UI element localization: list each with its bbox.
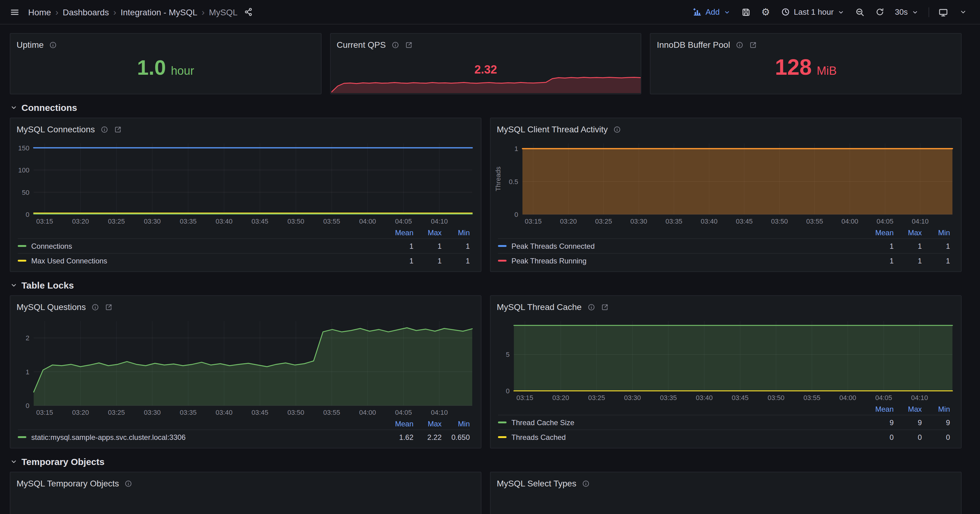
legend-row[interactable]: Peak Threads Running111: [498, 253, 950, 268]
legend-row[interactable]: Peak Threads Connected111: [498, 238, 950, 253]
series-color-swatch: [498, 245, 506, 247]
add-button-label: Add: [706, 7, 720, 16]
legend-sort-min[interactable]: Min: [922, 228, 950, 237]
add-button[interactable]: Add: [689, 3, 735, 21]
panel-title[interactable]: MySQL Client Thread Activity: [497, 124, 608, 134]
section-connections[interactable]: Connections: [10, 102, 962, 113]
panel-innodb-buffer-pool: InnoDB Buffer Pool 128 MiB: [650, 33, 962, 94]
breadcrumb-dashboards[interactable]: Dashboards: [63, 7, 109, 17]
svg-text:03:35: 03:35: [660, 394, 677, 402]
legend-sort-mean[interactable]: Mean: [865, 228, 894, 237]
svg-text:03:55: 03:55: [323, 218, 340, 225]
legend-sort-max[interactable]: Max: [414, 228, 442, 237]
info-icon[interactable]: [613, 125, 621, 133]
legend-sort-max[interactable]: Max: [414, 419, 442, 428]
panel-title[interactable]: MySQL Connections: [16, 124, 95, 134]
info-icon[interactable]: [587, 303, 595, 311]
mysql-questions-chart[interactable]: 01203:1503:2003:2503:3003:3503:4003:4503…: [13, 317, 477, 418]
uptime-stat: 1.0 hour: [10, 34, 321, 94]
svg-text:04:10: 04:10: [431, 409, 448, 416]
legend-sort-mean[interactable]: Mean: [385, 419, 414, 428]
mysql-connections-chart[interactable]: 05010015003:1503:2003:2503:3003:3503:400…: [13, 139, 477, 227]
series-color-swatch: [18, 436, 26, 438]
svg-text:03:45: 03:45: [251, 218, 268, 225]
legend-value: 1: [922, 256, 950, 265]
breadcrumb-integration-mysql[interactable]: Integration - MySQL: [121, 7, 197, 17]
share-button[interactable]: [240, 3, 257, 21]
panel-title[interactable]: Current QPS: [337, 40, 385, 49]
series-color-swatch: [18, 260, 26, 262]
legend-value: 1: [865, 242, 894, 250]
svg-text:150: 150: [18, 144, 29, 152]
zoom-out-time-button[interactable]: [851, 3, 869, 21]
legend-row[interactable]: Max Used Connections111: [18, 253, 470, 268]
legend-sort-max[interactable]: Max: [894, 228, 922, 237]
save-dashboard-button[interactable]: [737, 3, 755, 21]
info-icon[interactable]: [91, 303, 99, 311]
legend-sort-mean[interactable]: Mean: [865, 405, 894, 413]
collapse-toolbar-button[interactable]: [954, 3, 971, 21]
dashboard-canvas: Uptime 1.0 hour Current QPS: [0, 24, 980, 514]
external-link-icon[interactable]: [601, 303, 609, 311]
legend-header: MeanMaxMin: [18, 227, 470, 238]
chevron-down-icon: [10, 103, 18, 111]
external-link-icon[interactable]: [105, 303, 113, 311]
legend-sort-min[interactable]: Min: [442, 228, 470, 237]
panel-title[interactable]: MySQL Select Types: [497, 479, 576, 488]
svg-text:04:00: 04:00: [841, 218, 858, 225]
legend-sort-min[interactable]: Min: [922, 405, 950, 413]
share-icon: [244, 7, 253, 16]
refresh-icon: [875, 7, 884, 16]
svg-text:03:15: 03:15: [516, 394, 533, 402]
legend-sort-min[interactable]: Min: [442, 419, 470, 428]
panel-uptime: Uptime 1.0 hour: [10, 33, 321, 94]
legend-sort-mean[interactable]: Mean: [385, 228, 414, 237]
svg-text:03:50: 03:50: [767, 394, 784, 402]
dashboard-settings-button[interactable]: ⚙: [757, 3, 774, 21]
section-temporary-objects[interactable]: Temporary Objects: [10, 457, 962, 467]
legend-row[interactable]: Thread Cache Size999: [498, 415, 950, 430]
panel-title[interactable]: MySQL Temporary Objects: [16, 479, 119, 488]
breadcrumb-home[interactable]: Home: [28, 7, 51, 17]
legend-value: 1: [894, 256, 922, 265]
legend-value: 1: [414, 256, 442, 265]
series-name: Threads Cached: [511, 433, 566, 441]
stat-row: Uptime 1.0 hour Current QPS: [10, 33, 962, 94]
svg-text:03:40: 03:40: [696, 394, 713, 402]
legend-value: 0: [865, 433, 894, 441]
time-range-label: Last 1 hour: [794, 7, 834, 16]
panel-title[interactable]: MySQL Thread Cache: [497, 302, 582, 312]
svg-text:04:10: 04:10: [431, 218, 448, 225]
svg-text:03:35: 03:35: [180, 409, 197, 416]
info-icon[interactable]: [391, 41, 399, 49]
refresh-interval-dropdown[interactable]: 30s: [891, 3, 923, 21]
panel-title[interactable]: MySQL Questions: [16, 302, 86, 312]
mysql-thread-cache-chart[interactable]: 0503:1503:2003:2503:3003:3503:4003:4503:…: [493, 317, 957, 403]
svg-text:03:15: 03:15: [525, 218, 542, 225]
svg-text:03:30: 03:30: [624, 394, 641, 402]
legend-row[interactable]: Connections111: [18, 238, 470, 253]
mysql-questions-legend: MeanMaxMinstatic:mysql.sample-apps.svc.c…: [10, 418, 481, 448]
thread-activity-chart[interactable]: 00.5103:1503:2003:2503:3003:3503:4003:45…: [493, 139, 957, 227]
svg-text:03:30: 03:30: [144, 218, 161, 225]
legend-value: 1: [414, 242, 442, 250]
legend-value: 1: [894, 242, 922, 250]
external-link-icon[interactable]: [405, 41, 413, 49]
external-link-icon[interactable]: [114, 125, 122, 133]
clock-icon: [781, 7, 790, 16]
svg-text:03:25: 03:25: [108, 409, 125, 416]
kiosk-mode-button[interactable]: [935, 3, 952, 21]
refresh-button[interactable]: [871, 3, 888, 21]
info-icon[interactable]: [125, 479, 133, 487]
svg-text:Threads: Threads: [494, 167, 502, 191]
legend-row[interactable]: static:mysql.sample-apps.svc.cluster.loc…: [18, 430, 470, 444]
info-icon[interactable]: [582, 479, 590, 487]
info-icon[interactable]: [100, 125, 108, 133]
svg-text:03:25: 03:25: [108, 218, 125, 225]
menu-toggle-button[interactable]: [6, 3, 23, 21]
legend-row[interactable]: Threads Cached000: [498, 430, 950, 444]
legend-sort-max[interactable]: Max: [894, 405, 922, 413]
section-table-locks[interactable]: Table Locks: [10, 280, 962, 290]
series-color-swatch: [498, 422, 506, 423]
time-range-picker[interactable]: Last 1 hour: [776, 3, 849, 21]
